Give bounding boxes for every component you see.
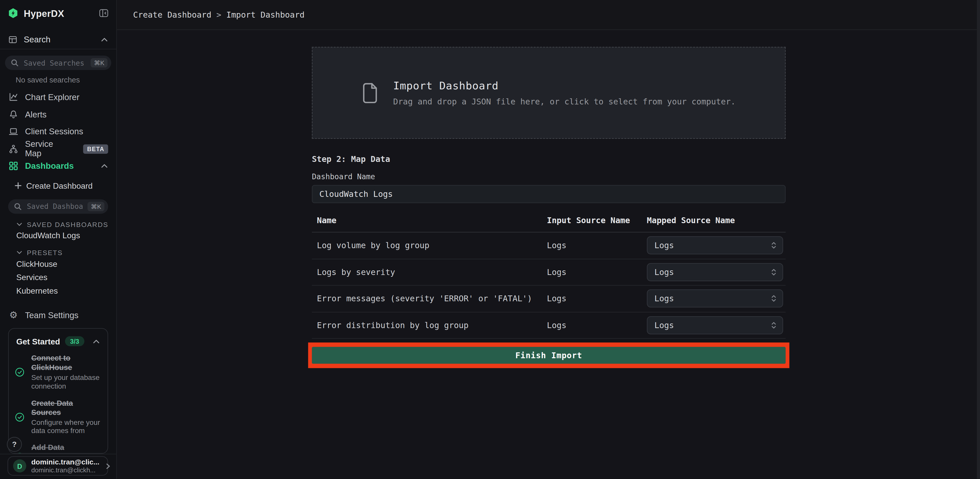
sidebar-item-dashboards[interactable]: Dashboards xyxy=(0,158,116,175)
col-header-mapped-source: Mapped Source Name xyxy=(647,215,786,225)
sidebar-item-clickhouse[interactable]: ClickHouse xyxy=(0,257,116,270)
chart-name: Error distribution by log group xyxy=(312,320,547,330)
input-source-value: Logs xyxy=(547,320,647,330)
breadcrumb-separator: > xyxy=(212,10,226,19)
saved-dashboards-input[interactable] xyxy=(25,201,84,211)
mapped-source-select[interactable]: Logs xyxy=(647,290,783,308)
sidebar-item-kubernetes[interactable]: Kubernetes xyxy=(0,285,116,297)
saved-searches-search[interactable]: ⌘K xyxy=(5,56,111,70)
sidebar-item-search[interactable]: Search xyxy=(0,31,116,48)
sidebar-nav: Chart Explorer Alerts Client Sessions xyxy=(0,89,116,175)
nav-label: Alerts xyxy=(25,110,46,119)
brand-title: HyperDX xyxy=(24,8,64,19)
nav-label: Dashboards xyxy=(25,161,74,171)
table-row: Error messages (severity 'ERROR' or 'FAT… xyxy=(312,286,786,312)
user-name: dominic.tran@clic... xyxy=(31,458,99,466)
input-source-value: Logs xyxy=(547,241,647,250)
breadcrumb: Create Dashboard>Import Dashboard xyxy=(133,10,304,19)
nav-label: Client Sessions xyxy=(25,127,83,136)
import-dropzone[interactable]: Import Dashboard Drag and drop a JSON fi… xyxy=(312,47,786,139)
sidebar-item-team-settings[interactable]: ⚙ Team Settings xyxy=(0,307,116,324)
mapped-source-select-wrap: Logs xyxy=(647,263,783,281)
step-title: Step 2: Map Data xyxy=(312,154,786,164)
scrollbar[interactable] xyxy=(977,0,980,479)
sidebar-item-services[interactable]: Services xyxy=(0,271,116,284)
mapped-source-select-wrap: Logs xyxy=(647,290,783,308)
mapped-source-select[interactable]: Logs xyxy=(647,263,783,281)
dashboards-icon xyxy=(8,161,19,172)
group-label: PRESETS xyxy=(27,249,63,256)
search-icon xyxy=(11,59,19,67)
input-source-value: Logs xyxy=(547,267,647,277)
sidebar-item-alerts[interactable]: Alerts xyxy=(0,106,116,123)
hyperdx-logo-icon xyxy=(7,7,19,19)
get-started-panel: Get Started 3/3 Connect to ClickHouse Se… xyxy=(8,328,108,454)
table-header: Name Input Source Name Mapped Source Nam… xyxy=(312,214,786,227)
dashboard-name-input[interactable] xyxy=(312,185,786,203)
group-saved-dashboards[interactable]: SAVED DASHBOARDS xyxy=(0,220,116,228)
breadcrumb-create-dashboard[interactable]: Create Dashboard xyxy=(133,10,212,19)
sidebar-divider xyxy=(0,49,116,49)
dashboard-name-label: Dashboard Name xyxy=(312,173,786,181)
mapped-source-select[interactable]: Logs xyxy=(647,316,783,334)
hyperdx-app: HyperDX Search xyxy=(0,0,980,479)
dropzone-subtitle: Drag and drop a JSON file here, or click… xyxy=(393,97,736,106)
user-menu[interactable]: D dominic.tran@clic... dominic.tran@clic… xyxy=(7,456,108,476)
sidebar-item-chart-explorer[interactable]: Chart Explorer xyxy=(0,89,116,106)
gear-icon: ⚙ xyxy=(8,310,19,320)
get-started-item-add-data[interactable]: Add Data Start sending logs, metrics, or… xyxy=(16,443,100,454)
create-dashboard-label: Create Dashboard xyxy=(26,181,93,191)
finish-import-button[interactable]: Finish Import xyxy=(312,347,786,364)
get-started-item-title: Connect to ClickHouse xyxy=(31,353,100,372)
chart-name: Logs by severity xyxy=(312,267,547,277)
get-started-item-sources[interactable]: Create Data Sources Configure where your… xyxy=(16,399,100,436)
chevron-up-icon xyxy=(100,162,108,170)
dropzone-title: Import Dashboard xyxy=(393,80,736,92)
chevron-up-icon xyxy=(92,338,100,345)
help-button[interactable]: ? xyxy=(7,437,22,452)
chart-name: Error messages (severity 'ERROR' or 'FAT… xyxy=(312,294,547,303)
search-section-label: Search xyxy=(24,35,51,44)
col-header-name: Name xyxy=(312,215,547,225)
mapped-source-select[interactable]: Logs xyxy=(647,236,783,255)
sidebar-item-service-map[interactable]: Service Map BETA xyxy=(0,140,116,158)
get-started-title: Get Started xyxy=(16,337,60,346)
get-started-progress-badge: 3/3 xyxy=(65,336,84,346)
check-circle-icon xyxy=(14,452,25,454)
get-started-item-connect[interactable]: Connect to ClickHouse Set up your databa… xyxy=(16,353,100,391)
get-started-item-subtitle: Set up your database connection xyxy=(31,374,100,391)
collapse-sidebar-icon[interactable] xyxy=(99,8,109,18)
chevron-down-icon xyxy=(16,221,22,227)
main-area: Create Dashboard>Import Dashboard Import… xyxy=(117,0,977,479)
plus-icon xyxy=(14,182,22,189)
sidebar-item-cloudwatch-logs[interactable]: CloudWatch Logs xyxy=(0,229,116,242)
user-email: dominic.tran@clickh... xyxy=(31,466,99,474)
create-dashboard-button[interactable]: Create Dashboard xyxy=(0,177,116,194)
breadcrumb-import-dashboard[interactable]: Import Dashboard xyxy=(226,10,305,19)
get-started-item-title: Create Data Sources xyxy=(31,399,100,417)
table-row: Error distribution by log group Logs Log… xyxy=(312,312,786,339)
nav-label: Chart Explorer xyxy=(25,93,80,102)
sidebar-item-client-sessions[interactable]: Client Sessions xyxy=(0,123,116,140)
get-started-item-title: Add Data xyxy=(31,443,100,453)
table-row: Logs by severity Logs Logs xyxy=(312,259,786,286)
chevron-down-icon xyxy=(16,250,22,256)
chevron-up-icon xyxy=(100,36,108,43)
group-presets[interactable]: PRESETS xyxy=(0,248,116,257)
check-circle-icon xyxy=(14,367,25,378)
content-area: Import Dashboard Drag and drop a JSON fi… xyxy=(117,30,977,479)
annotation-highlight: Finish Import xyxy=(308,342,789,368)
file-icon xyxy=(362,82,378,103)
saved-searches-input[interactable] xyxy=(22,58,87,68)
mapped-source-select-wrap: Logs xyxy=(647,236,783,255)
beta-badge: BETA xyxy=(83,144,108,154)
sidebar-divider xyxy=(0,454,116,454)
chevron-right-icon xyxy=(105,462,111,469)
col-header-input-source: Input Source Name xyxy=(547,215,647,225)
get-started-header[interactable]: Get Started 3/3 xyxy=(16,336,100,346)
table-row: Log volume by log group Logs Logs xyxy=(312,232,786,259)
search-section-icon xyxy=(8,35,18,44)
mapped-source-select-wrap: Logs xyxy=(647,316,783,334)
saved-dashboards-search[interactable]: ⌘K xyxy=(8,199,108,213)
no-saved-searches-text: No saved searches xyxy=(16,76,116,84)
